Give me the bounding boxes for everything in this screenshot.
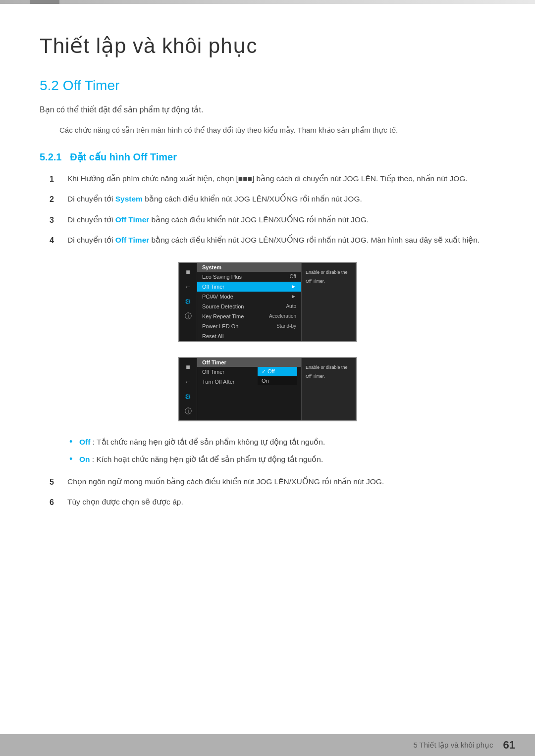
menu-item-label: Power LED On: [202, 323, 238, 329]
monitor-desc-1: Enable or disable the Off Timer.: [301, 263, 356, 341]
step-highlight: System: [115, 195, 143, 203]
step-number: 5: [50, 476, 64, 489]
monitor-icon-arrow-2: ←: [183, 377, 193, 387]
section-title: Off Timer: [63, 78, 120, 93]
footer-text: 5 Thiết lập và khôi phục: [413, 741, 493, 750]
step-1: 1 Khi Hướng dẫn phím chức năng xuất hiện…: [50, 173, 495, 186]
bullet-text: : Kích hoạt chức năng hẹn giờ tắt để sản…: [92, 455, 323, 463]
bullet-item-off: Off : Tắt chức năng hẹn giờ tắt để sản p…: [69, 436, 495, 449]
submenu-option-off: ✓ Off: [258, 367, 297, 376]
subsection-number: 5.2.1: [40, 151, 61, 162]
page-container: Thiết lập và khôi phục 5.2 Off Timer Bạn…: [0, 4, 535, 556]
submenu-title: Off Timer: [197, 358, 301, 367]
menu-item-value: Off: [290, 274, 296, 279]
monitor-icons-2: ■ ← ⚙ ⓘ: [179, 358, 197, 420]
section-number: 5.2: [40, 78, 59, 93]
menu-item-value: Acceleration: [269, 313, 296, 319]
submenu-row-label: Turn Off After: [202, 379, 249, 385]
monitor-icon-info-2: ⓘ: [183, 406, 193, 416]
submenu-row-offtimer: Off Timer: [197, 367, 254, 377]
step-number: 1: [50, 173, 64, 186]
step-number: 4: [50, 234, 64, 247]
top-decoration: [0, 0, 535, 4]
submenu-row-label: Off Timer: [202, 369, 249, 375]
menu-item-offtimer: Off Timer ►: [197, 282, 301, 292]
monitor-icon-info: ⓘ: [183, 311, 193, 321]
submenu-content: Off Timer Off Timer Turn Off After ✓ Off…: [197, 358, 301, 420]
menu-title-1: System: [197, 263, 301, 272]
monitor-icon-display: ■: [183, 267, 193, 277]
menu-item-arrow: ►: [291, 284, 296, 289]
page-footer: 5 Thiết lập và khôi phục 61: [0, 734, 535, 756]
step-text: Khi Hướng dẫn phím chức năng xuất hiện, …: [67, 173, 468, 185]
monitor-icon-gear: ⚙: [183, 297, 193, 306]
bullet-list: Off : Tắt chức năng hẹn giờ tắt để sản p…: [69, 436, 495, 466]
monitor-icon-arrow: ←: [183, 282, 193, 292]
monitor-icons: ■ ← ⚙ ⓘ: [179, 263, 197, 341]
monitor-desc-text-2: Enable or disable the Off Timer.: [306, 365, 348, 379]
step-text: Chọn ngôn ngữ mong muốn bằng cách điều k…: [67, 476, 384, 488]
menu-item-label: Off Timer: [202, 284, 224, 290]
menu-item-powerled: Power LED On Stand-by: [197, 321, 301, 331]
monitor-icon-display-2: ■: [183, 362, 193, 372]
menu-item-eco: Eco Saving Plus Off: [197, 272, 301, 282]
menu-item-source: Source Detection Auto: [197, 302, 301, 311]
step-text: Di chuyển tới System bằng cách điều khiể…: [67, 193, 362, 205]
menu-item-arrow: ►: [291, 294, 296, 299]
section-note-text: Các chức năng có sẵn trên màn hình có th…: [59, 124, 495, 136]
step-2: 2 Di chuyển tới System bằng cách điều kh…: [50, 193, 495, 206]
menu-item-label: Key Repeat Time: [202, 313, 244, 319]
bullet-text: : Tắt chức năng hẹn giờ tắt để sản phẩm …: [93, 438, 325, 446]
menu-item-label: Eco Saving Plus: [202, 274, 242, 280]
submenu-option-on: On: [258, 376, 297, 385]
section-heading: 5.2 Off Timer: [40, 78, 495, 94]
step-text: Tùy chọn được chọn sẽ được áp.: [67, 496, 183, 508]
step-number: 2: [50, 193, 64, 206]
step-highlight: Off Timer: [115, 215, 150, 224]
steps-list-2: 5 Chọn ngôn ngữ mong muốn bằng cách điều…: [50, 476, 495, 509]
monitor-mockup-1: ■ ← ⚙ ⓘ System Eco Saving Plus Off Off T…: [40, 262, 495, 342]
menu-item-label: Source Detection: [202, 303, 244, 309]
step-6: 6 Tùy chọn được chọn sẽ được áp.: [50, 496, 495, 509]
menu-item-value: Auto: [286, 303, 296, 309]
submenu-options: ✓ Off On: [258, 367, 297, 385]
menu-item-label: PC/AV Mode: [202, 294, 233, 300]
monitor-desc-2: Enable or disable the Off Timer.: [301, 358, 356, 420]
menu-item-value: Stand-by: [276, 323, 296, 329]
bullet-highlight: Off: [79, 438, 90, 446]
step-highlight: Off Timer: [115, 236, 150, 244]
menu-item-pcav: PC/AV Mode ►: [197, 292, 301, 302]
menu-item-label: Reset All: [202, 333, 223, 339]
step-5: 5 Chọn ngôn ngữ mong muốn bằng cách điều…: [50, 476, 495, 489]
section-body-text: Bạn có thể thiết đặt để sản phẩm tự động…: [40, 103, 495, 116]
submenu-row-turnoff: Turn Off After: [197, 377, 254, 387]
step-text: Di chuyển tới Off Timer bằng cách điều k…: [67, 214, 369, 226]
menu-item-resetall: Reset All: [197, 331, 301, 341]
bullet-item-on: On : Kích hoạt chức năng hẹn giờ tắt để …: [69, 454, 495, 466]
step-text: Di chuyển tới Off Timer bằng cách điều k…: [67, 234, 480, 247]
bullet-highlight: On: [79, 455, 90, 463]
monitor-mockup-2: ■ ← ⚙ ⓘ Off Timer Off Timer Turn Off Aft…: [40, 357, 495, 421]
menu-item-keyrepeat: Key Repeat Time Acceleration: [197, 311, 301, 321]
page-title: Thiết lập và khôi phục: [40, 34, 495, 58]
monitor-box-2: ■ ← ⚙ ⓘ Off Timer Off Timer Turn Off Aft…: [178, 357, 357, 421]
monitor-desc-text-1: Enable or disable the Off Timer.: [306, 270, 348, 284]
monitor-menu-1: System Eco Saving Plus Off Off Timer ► P…: [197, 263, 301, 341]
step-4: 4 Di chuyển tới Off Timer bằng cách điều…: [50, 234, 495, 247]
subsection-heading: 5.2.1 Đặt cấu hình Off Timer: [40, 151, 495, 163]
subsection-title: Đặt cấu hình Off Timer: [70, 151, 177, 162]
monitor-icon-gear-2: ⚙: [183, 392, 193, 402]
step-number: 3: [50, 214, 64, 227]
monitor-box-1: ■ ← ⚙ ⓘ System Eco Saving Plus Off Off T…: [178, 262, 357, 342]
footer-page-number: 61: [503, 739, 515, 752]
step-number: 6: [50, 496, 64, 509]
steps-list: 1 Khi Hướng dẫn phím chức năng xuất hiện…: [50, 173, 495, 247]
step-3: 3 Di chuyển tới Off Timer bằng cách điều…: [50, 214, 495, 227]
